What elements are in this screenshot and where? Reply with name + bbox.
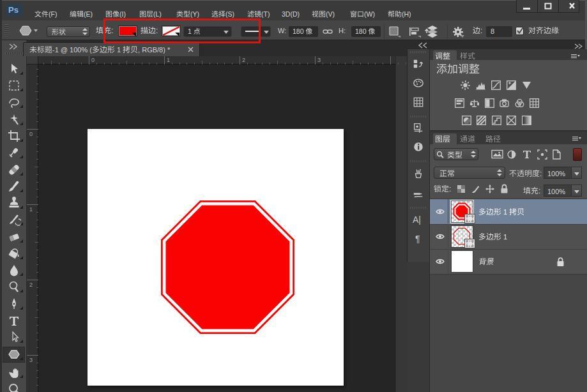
svg-text:180: 180 (355, 27, 368, 35)
svg-text:W:: W: (278, 27, 286, 34)
svg-text::: : (540, 169, 542, 178)
svg-text::: : (449, 185, 451, 193)
svg-text:(L): (L) (153, 10, 162, 18)
svg-text:1: 1 (501, 208, 509, 216)
svg-text:(W): (W) (364, 10, 375, 18)
svg-text::: : (480, 26, 482, 35)
svg-text:(T): (T) (261, 10, 270, 18)
svg-text:1: 1 (115, 46, 123, 54)
svg-text:-1 @ 100% (: -1 @ 100% ( (52, 46, 92, 54)
svg-text:(S): (S) (225, 10, 234, 18)
svg-text:100%: 100% (547, 188, 565, 195)
svg-text:, RGB/8) *: , RGB/8) * (138, 46, 171, 54)
svg-text:(E): (E) (84, 10, 93, 18)
svg-text:(V): (V) (326, 10, 335, 18)
svg-text:H:: H: (339, 27, 346, 34)
svg-text:(H): (H) (402, 10, 411, 18)
svg-text:180: 180 (293, 27, 305, 35)
svg-text::: : (538, 186, 540, 195)
svg-text:100%: 100% (547, 170, 565, 177)
svg-text:8: 8 (491, 27, 494, 35)
svg-text:3D(D): 3D(D) (282, 10, 300, 18)
svg-text:(F): (F) (49, 10, 57, 18)
svg-text:1: 1 (501, 233, 507, 241)
svg-text:(I): (I) (119, 10, 126, 18)
svg-text:(Y): (Y) (190, 10, 199, 18)
